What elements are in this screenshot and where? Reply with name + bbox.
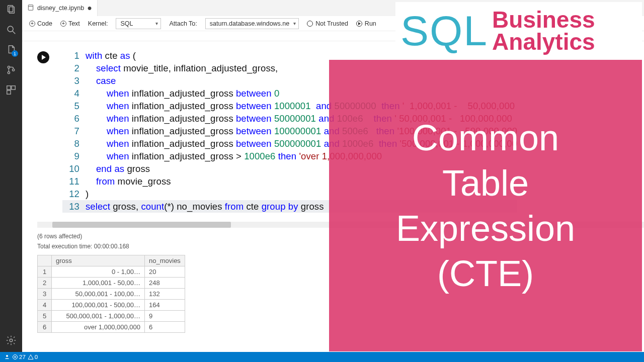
add-code-label: Code xyxy=(37,20,52,27)
attach-label: Attach To: xyxy=(169,20,197,27)
svg-point-10 xyxy=(10,339,13,342)
tab-filename: disney_cte.ipynb xyxy=(37,5,84,12)
extensions-icon[interactable] xyxy=(6,84,17,96)
run-cell-button[interactable] xyxy=(37,51,49,63)
source-control-icon[interactable] xyxy=(6,64,17,75)
brand-sql: SQL xyxy=(400,13,488,49)
svg-point-13 xyxy=(6,355,8,357)
badge: 1 xyxy=(12,50,18,57)
kernel-select[interactable]: SQL xyxy=(116,18,161,29)
status-warnings[interactable]: 0 xyxy=(28,354,38,360)
add-code-button[interactable]: + Code xyxy=(29,20,52,27)
svg-rect-0 xyxy=(8,6,13,12)
svg-rect-1 xyxy=(9,7,14,14)
scrollbar-thumb[interactable] xyxy=(52,222,231,228)
activity-bar: 1 xyxy=(0,0,22,352)
explorer-icon[interactable] xyxy=(6,4,17,15)
svg-rect-8 xyxy=(12,86,15,89)
kernel-label: Kernel: xyxy=(88,20,108,27)
brand-business: Business xyxy=(492,9,595,31)
tab-notebook[interactable]: disney_cte.ipynb ● xyxy=(22,0,98,16)
attach-value: saturn.database.windows.ne xyxy=(210,20,289,27)
svg-point-5 xyxy=(8,71,10,73)
svg-point-2 xyxy=(8,26,13,32)
attach-select[interactable]: saturn.database.windows.ne xyxy=(205,18,299,29)
play-icon xyxy=(356,21,362,27)
add-text-button[interactable]: + Text xyxy=(60,20,80,27)
search-icon[interactable] xyxy=(6,24,17,35)
svg-rect-7 xyxy=(7,86,11,89)
status-warnings-count: 0 xyxy=(35,354,38,360)
brand-main: CommonTableExpression(CTE) xyxy=(329,60,642,351)
result-table: grossno_movies10 - 1,00…2021,000,001 - 5… xyxy=(37,255,185,333)
notebook-icon xyxy=(27,4,34,13)
run-all-button[interactable]: Run xyxy=(356,20,376,27)
status-errors-count: 27 xyxy=(19,354,26,360)
run-label: Run xyxy=(365,20,376,27)
status-errors[interactable]: 27 xyxy=(12,354,26,360)
brand-analytics: Analytics xyxy=(492,31,595,53)
documents-icon[interactable]: 1 xyxy=(6,44,17,55)
add-text-label: Text xyxy=(68,20,80,27)
ring-icon xyxy=(307,21,313,27)
brand-title: CommonTableExpression(CTE) xyxy=(396,115,575,296)
brand-top: SQL Business Analytics xyxy=(395,2,642,60)
status-account-icon[interactable] xyxy=(4,354,10,360)
plus-icon: + xyxy=(29,21,35,27)
svg-point-4 xyxy=(8,66,10,68)
plus-icon: + xyxy=(60,21,66,27)
kernel-value: SQL xyxy=(120,20,133,27)
trust-label: Not Trusted xyxy=(315,20,348,27)
status-bar: 27 0 xyxy=(0,352,644,362)
svg-point-6 xyxy=(12,69,14,71)
settings-icon[interactable] xyxy=(6,335,17,346)
svg-rect-11 xyxy=(28,5,33,10)
svg-rect-9 xyxy=(7,90,11,94)
trust-button[interactable]: Not Trusted xyxy=(307,20,348,27)
svg-line-3 xyxy=(13,31,16,34)
